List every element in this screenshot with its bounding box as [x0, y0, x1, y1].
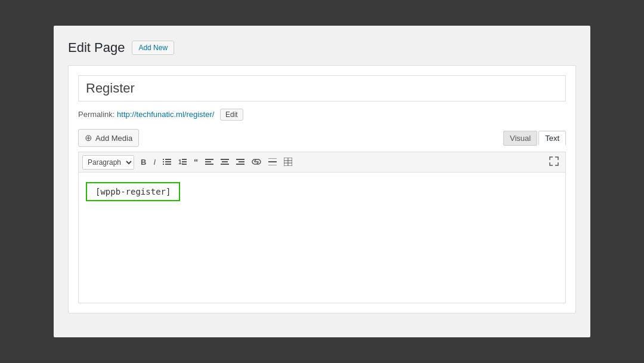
- tab-text[interactable]: Text: [538, 131, 566, 146]
- paragraph-format-select[interactable]: Paragraph: [82, 155, 134, 170]
- tab-visual[interactable]: Visual: [503, 131, 537, 146]
- wp-container: Edit Page Add New Permalink: http://tech…: [54, 26, 590, 337]
- svg-rect-18: [236, 164, 244, 165]
- unordered-list-button[interactable]: [160, 156, 174, 169]
- svg-rect-10: [205, 159, 213, 160]
- svg-rect-12: [205, 164, 213, 165]
- svg-rect-21: [268, 158, 277, 159]
- page-header: Edit Page Add New: [68, 40, 576, 56]
- toolbar-row: ⊕ Add Media Visual Text: [78, 129, 566, 147]
- italic-button[interactable]: I: [150, 156, 159, 168]
- svg-rect-3: [165, 161, 171, 162]
- page-title-input[interactable]: [78, 75, 566, 101]
- svg-rect-8: [182, 161, 187, 162]
- permalink-edit-button[interactable]: Edit: [220, 109, 243, 121]
- editor-toolbar: Paragraph B I 1.: [78, 152, 566, 172]
- svg-rect-11: [205, 161, 211, 162]
- add-media-button[interactable]: ⊕ Add Media: [78, 129, 139, 147]
- svg-rect-7: [182, 159, 187, 160]
- content-editor[interactable]: [wppb-register]: [78, 172, 566, 303]
- align-right-icon: [236, 158, 244, 166]
- link-icon: [252, 158, 261, 166]
- bold-button[interactable]: B: [138, 156, 149, 168]
- svg-rect-5: [165, 164, 171, 165]
- horizontal-rule-button[interactable]: [265, 156, 280, 169]
- hr-icon: [268, 158, 277, 166]
- editor-area: Permalink: http://techfunatic.ml/registe…: [68, 65, 576, 313]
- add-media-icon: ⊕: [85, 133, 92, 143]
- align-center-icon: [221, 158, 229, 166]
- expand-editor-button[interactable]: [546, 155, 562, 170]
- svg-rect-9: [182, 164, 187, 165]
- svg-rect-13: [221, 159, 229, 160]
- svg-rect-1: [165, 159, 171, 160]
- align-right-button[interactable]: [233, 156, 247, 169]
- table-button[interactable]: [281, 156, 295, 169]
- list-ul-icon: [163, 158, 171, 166]
- blockquote-button[interactable]: ": [191, 156, 201, 168]
- link-button[interactable]: [249, 156, 264, 169]
- visual-text-tabs: Visual Text: [503, 131, 566, 146]
- permalink-row: Permalink: http://techfunatic.ml/registe…: [78, 109, 566, 121]
- shortcode-block: [wppb-register]: [86, 182, 180, 201]
- align-left-icon: [205, 158, 213, 166]
- svg-rect-17: [239, 161, 244, 162]
- list-ol-icon: 1.: [178, 158, 187, 166]
- svg-rect-20: [268, 161, 277, 162]
- add-new-button[interactable]: Add New: [132, 41, 174, 55]
- align-left-button[interactable]: [202, 156, 216, 169]
- page-title: Edit Page: [68, 40, 125, 56]
- svg-rect-0: [163, 159, 164, 160]
- ordered-list-button[interactable]: 1.: [175, 156, 190, 169]
- svg-rect-4: [163, 164, 164, 165]
- permalink-label: Permalink:: [78, 110, 114, 119]
- svg-rect-2: [163, 161, 164, 162]
- svg-rect-15: [221, 164, 229, 165]
- expand-icon: [549, 156, 559, 166]
- svg-rect-22: [268, 165, 277, 165]
- svg-rect-16: [236, 159, 244, 160]
- svg-rect-14: [222, 161, 228, 162]
- table-icon: [284, 158, 292, 166]
- align-center-button[interactable]: [218, 156, 232, 169]
- add-media-label: Add Media: [95, 134, 132, 143]
- permalink-url[interactable]: http://techfunatic.ml/register/: [117, 110, 214, 119]
